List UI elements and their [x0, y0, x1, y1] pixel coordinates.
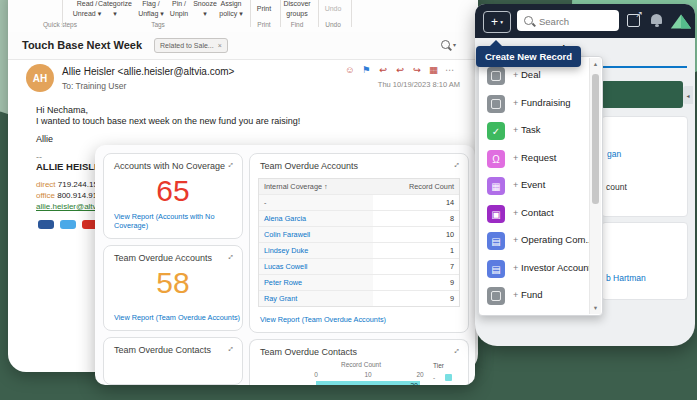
expand-icon[interactable]: ↔: [449, 157, 462, 170]
legend-swatch-0: [445, 374, 452, 381]
coverage-link[interactable]: Lindsey Duke: [259, 243, 373, 258]
body-signoff: Allie: [36, 134, 53, 144]
plus-glyph: +: [513, 98, 518, 108]
coverage-link[interactable]: Alena Garcia: [259, 211, 373, 226]
linkedin-icon[interactable]: [38, 220, 54, 229]
discover-groups-button[interactable]: Discover groups: [281, 0, 313, 19]
expand-icon[interactable]: ↔: [223, 341, 236, 354]
menu-item-label: Deal: [521, 69, 541, 80]
chart-bar[interactable]: 20: [316, 381, 420, 385]
coverage-link[interactable]: Peter Rowe: [259, 275, 373, 290]
operating-company-icon: ▤: [487, 232, 505, 250]
search-box[interactable]: [517, 10, 619, 31]
scroll-up-icon[interactable]: ▲: [590, 61, 601, 67]
chevron-down-icon: ▾: [500, 19, 503, 25]
plus-glyph: +: [513, 153, 518, 163]
metric-value: 65: [104, 174, 242, 208]
open-in-new-window-icon[interactable]: [627, 14, 640, 27]
smiley-icon[interactable]: ☺: [345, 64, 355, 75]
menu-item-fundraising[interactable]: + Fundraising: [479, 91, 585, 117]
panel-header: + ▾: [475, 4, 695, 38]
tag-close-icon[interactable]: ×: [218, 42, 222, 49]
menu-item-operating-company[interactable]: ▤ + Operating Com...: [479, 228, 585, 254]
menu-item-label: Operating Com...: [521, 234, 593, 245]
plus-glyph: +: [513, 70, 518, 80]
plus-glyph: +: [513, 180, 518, 190]
count-cell: 8: [373, 211, 459, 226]
dropdown-scrollbar[interactable]: ▲ ▼: [589, 58, 601, 314]
assign-policy-button[interactable]: Assign policy ▾: [213, 0, 249, 19]
record-link-fragment[interactable]: gan: [607, 149, 621, 159]
print-button[interactable]: Print: [250, 4, 278, 14]
zoom-control[interactable]: ▾: [441, 40, 456, 49]
print-caption: Print: [248, 21, 280, 28]
calendar-icon[interactable]: ▦: [429, 64, 438, 75]
menu-item-label: Task: [521, 124, 541, 135]
direct-label: direct: [36, 180, 56, 189]
table-row: Colin Farawell 10: [259, 227, 459, 243]
coverage-link[interactable]: Ray Grant: [259, 291, 373, 306]
table-row: Lindsey Duke 1: [259, 243, 459, 259]
column-header-internal-coverage[interactable]: Internal Coverage ↑: [259, 179, 373, 194]
expand-icon[interactable]: ↔: [223, 249, 236, 262]
coverage-link[interactable]: Colin Farawell: [259, 227, 373, 242]
section-header-bar: [601, 81, 683, 108]
search-icon: [524, 16, 533, 25]
card-title: Team Overdue Contacts: [260, 347, 357, 357]
ribbon-divider: [351, 0, 352, 27]
record-link-fragment[interactable]: b Hartman: [606, 273, 646, 283]
header-label: Internal Coverage: [264, 182, 322, 191]
menu-item-event[interactable]: ▦ + Event: [479, 173, 585, 199]
twitter-icon[interactable]: [60, 220, 76, 229]
column-header-record-count[interactable]: Record Count: [373, 179, 459, 194]
collapse-panel-icon[interactable]: ◂: [683, 86, 693, 104]
active-tab-underline: [601, 66, 687, 68]
related-tag-label: Related to Sale...: [160, 42, 214, 49]
view-report-link[interactable]: View Report (Team Overdue Accounts): [114, 313, 240, 322]
altvia-logo: [669, 9, 693, 33]
subject-bar: Touch Base Next Week Related to Sale...×…: [8, 32, 478, 60]
chevron-down-icon: ▾: [453, 41, 456, 48]
flag-icon[interactable]: ⚑: [362, 64, 371, 75]
more-icon[interactable]: ⋯: [445, 64, 455, 75]
event-icon: ▦: [487, 177, 505, 195]
notifications-bell-icon[interactable]: [651, 14, 662, 24]
create-new-record-tooltip: Create New Record: [476, 46, 581, 67]
assign-label-1: Assign: [213, 0, 249, 9]
expand-icon[interactable]: ↔: [449, 343, 462, 356]
view-report-link[interactable]: View Report (Team Overdue Accounts): [260, 315, 386, 324]
menu-item-label: Investor Account: [521, 262, 591, 273]
table-row: Lucas Cowell 7: [259, 259, 459, 275]
assign-label-2: policy ▾: [213, 9, 249, 19]
categorize-button[interactable]: Categorize ▾: [97, 0, 133, 19]
menu-item-task[interactable]: ✓ + Task: [479, 118, 585, 144]
search-input[interactable]: [537, 12, 617, 30]
reply-all-icon[interactable]: ↩: [396, 64, 404, 75]
new-record-button[interactable]: + ▾: [483, 11, 511, 33]
card-title: Team Overdue Accounts: [114, 253, 212, 263]
coverage-link[interactable]: Lucas Cowell: [259, 259, 373, 274]
table-row: Alena Garcia 8: [259, 211, 459, 227]
quick-steps-caption: Quick steps: [20, 21, 100, 28]
menu-item-request[interactable]: Ω + Request: [479, 146, 585, 172]
metric-value: 58: [104, 266, 242, 300]
x-tick-0: 0: [311, 371, 321, 378]
forward-icon[interactable]: ↪: [413, 64, 421, 75]
related-tag-chip[interactable]: Related to Sale...×: [154, 38, 228, 53]
table-row: Ray Grant 9: [259, 291, 459, 306]
view-report-link[interactable]: View Report (Accounts with No Coverage): [114, 212, 242, 230]
deal-icon: [487, 67, 505, 85]
legend-label-0: -: [433, 374, 435, 381]
scroll-down-icon[interactable]: ▼: [590, 305, 601, 311]
plus-icon: +: [491, 16, 498, 28]
count-cell: 10: [373, 227, 459, 242]
outlook-ribbon: Quick steps Read / Unread ▾ Categorize ▾…: [8, 0, 478, 33]
menu-item-fund[interactable]: + Fund: [479, 283, 585, 309]
discover-label-2: groups: [281, 9, 313, 19]
scrollbar-thumb[interactable]: [592, 74, 599, 204]
table-row: - 14: [259, 195, 459, 211]
reply-icon[interactable]: ↩: [379, 64, 387, 75]
undo-button[interactable]: Undo: [319, 4, 347, 14]
menu-item-investor-account[interactable]: ▤ + Investor Account: [479, 256, 585, 282]
menu-item-contact[interactable]: ▣ + Contact: [479, 201, 585, 227]
